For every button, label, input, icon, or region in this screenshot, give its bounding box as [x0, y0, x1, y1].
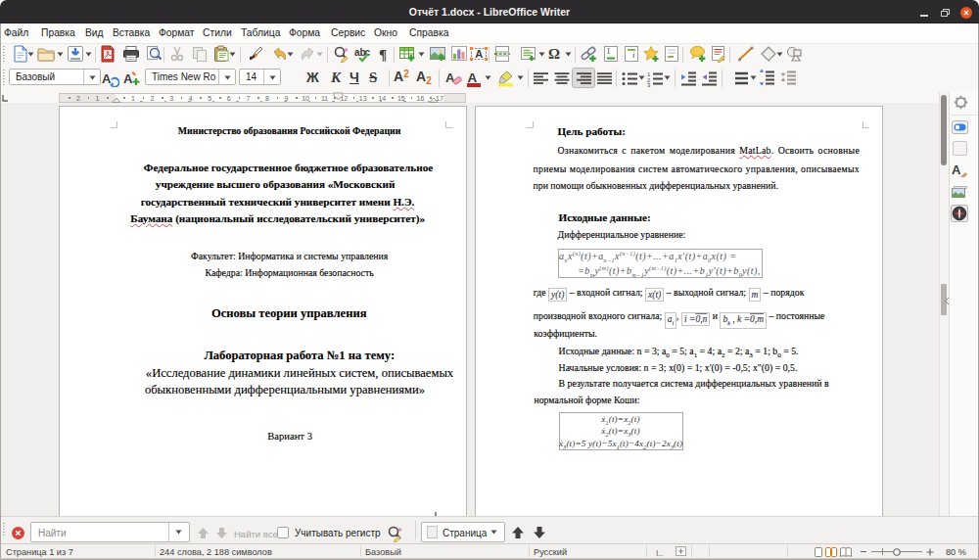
- svg-text:Ω: Ω: [548, 46, 560, 62]
- svg-text:3: 3: [647, 82, 651, 88]
- svg-text:A: A: [468, 70, 478, 85]
- svg-text:1: 1: [607, 47, 611, 56]
- svg-text:A: A: [952, 163, 961, 177]
- svg-text:A: A: [123, 71, 133, 86]
- svg-text:A: A: [475, 48, 483, 60]
- svg-text:A: A: [102, 71, 112, 86]
- svg-text:¶: ¶: [379, 47, 387, 63]
